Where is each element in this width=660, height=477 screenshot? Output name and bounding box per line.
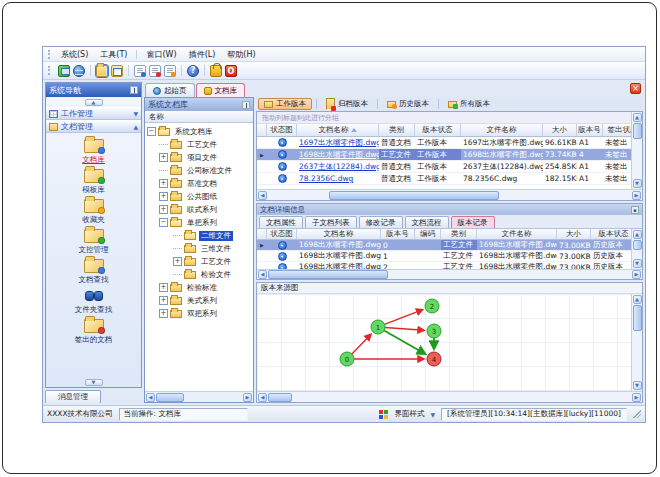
nav-scroll-down[interactable]: ▼ (46, 377, 141, 387)
nav-item-checked-out-docs[interactable]: 签出的文档 (75, 319, 113, 345)
column-header[interactable]: 版本状态 (415, 124, 461, 136)
nav-scroll-up[interactable]: ▲ (46, 97, 141, 107)
folder-grid-icon[interactable] (111, 65, 123, 77)
menu-system[interactable]: 系统(S) (55, 48, 94, 61)
nav-item-folder-search[interactable]: 文件夹查找 (75, 289, 113, 315)
scroll-up-icon[interactable]: ▲ (633, 113, 642, 122)
toolbar-grip[interactable] (48, 50, 51, 59)
exit-icon[interactable]: O (225, 65, 237, 77)
collapse-icon[interactable]: − (159, 218, 168, 227)
scroll-thumb[interactable] (268, 270, 388, 279)
menu-help[interactable]: 帮助(H) (221, 48, 261, 61)
vertical-scrollbar[interactable]: ▲ ▼ (631, 112, 642, 189)
table-row[interactable]: 1698出水嘴零件图.dwg 1 工艺文件 1698出水嘴零件图.dwg 73.… (257, 251, 631, 262)
column-header[interactable]: 版本号 (577, 124, 603, 136)
column-header[interactable]: 文档名称 (297, 229, 381, 239)
monitor-icon[interactable] (58, 65, 70, 77)
scroll-right-icon[interactable]: ▶ (632, 393, 641, 402)
scroll-left-icon[interactable]: ◀ (146, 393, 155, 402)
expand-icon[interactable]: + (159, 192, 168, 201)
column-header[interactable]: 大小 (557, 229, 591, 239)
interface-style-label[interactable]: 界面样式 (394, 409, 424, 419)
expand-icon[interactable]: + (173, 257, 182, 266)
lock-icon[interactable] (210, 65, 222, 77)
close-icon[interactable]: × (630, 83, 641, 94)
nav-item-template-library[interactable]: 模板库 (82, 169, 105, 195)
horizontal-scrollbar[interactable]: ◀ ▶ (257, 189, 642, 200)
tab-modify-record[interactable]: 修改记录 (359, 216, 403, 228)
nav-section-document[interactable]: 文档管理 ▲ (46, 120, 141, 133)
work-version-button[interactable]: 工作版本 (258, 98, 312, 110)
table-row[interactable]: 78.2356C.dwg 普通文档 工作版本 78.2356C.dwg 182.… (257, 173, 631, 185)
tree-node[interactable]: +美式系列 (147, 294, 253, 307)
all-versions-button[interactable]: 所有版本 (443, 98, 495, 110)
scroll-right-icon[interactable]: ▶ (632, 191, 641, 200)
help-icon[interactable]: ? (187, 65, 199, 77)
nav-section-work[interactable]: 工作管理 ▼ (46, 107, 141, 120)
tree-node[interactable]: −单把系列 (147, 216, 253, 229)
scroll-left-icon[interactable]: ◀ (258, 191, 267, 200)
table-row-selected[interactable]: ▶ 1698出水嘴零件图.dwg 0 工艺文件 1698出水嘴零件图.dwg 7… (257, 240, 631, 251)
table-row[interactable]: 1697出水嘴零件图.dwg 普通文档 工作版本 1697出水嘴零件图.dwg … (257, 137, 631, 149)
nav-item-doc-library[interactable]: 文档库 (82, 139, 105, 165)
scroll-thumb[interactable] (329, 191, 499, 200)
open-folder-icon[interactable] (96, 65, 108, 77)
column-header[interactable]: 版本号 (381, 229, 415, 239)
scroll-down-icon[interactable]: ▼ (633, 381, 642, 390)
tree-node[interactable]: +项目文件 (147, 151, 253, 164)
expand-icon[interactable]: + (159, 296, 168, 305)
pin-icon[interactable] (130, 86, 138, 94)
tree-node[interactable]: 工艺文件 (147, 138, 253, 151)
table-row[interactable]: 2637主体(12284).dwg 普通文档 工作版本 2637主体(12284… (257, 161, 631, 173)
toolbar-grip[interactable] (48, 66, 51, 75)
tab-version-record[interactable]: 版本记录 (451, 216, 495, 228)
tree-node[interactable]: +基准文档 (147, 177, 253, 190)
doc-blue-icon[interactable] (134, 65, 146, 77)
tab-message-management[interactable]: 消息管理 (45, 390, 101, 403)
archive-version-button[interactable]: 归档版本 (321, 98, 373, 110)
tree-node[interactable]: +公共图纸 (147, 190, 253, 203)
tree-node[interactable]: 三维文件 (147, 242, 253, 255)
tree-node[interactable]: +检验标准 (147, 281, 253, 294)
scroll-down-icon[interactable]: ▼ (633, 259, 642, 268)
scroll-thumb[interactable] (633, 305, 642, 331)
doc-name-link[interactable]: 78.2356C.dwg (297, 173, 379, 184)
doc-name-link[interactable]: 1697出水嘴零件图.dwg (297, 137, 379, 148)
history-version-button[interactable]: 历史版本 (382, 98, 434, 110)
expand-icon[interactable]: + (159, 309, 168, 318)
tab-start-page[interactable]: 起始页 (145, 83, 195, 97)
menu-tools[interactable]: 工具(T) (94, 48, 133, 61)
column-header[interactable]: 类别 (441, 229, 477, 239)
tree-node[interactable]: +工艺文件 (147, 255, 253, 268)
scroll-right-icon[interactable]: ▶ (632, 270, 641, 279)
expand-icon[interactable]: + (159, 153, 168, 162)
chevron-down-icon[interactable]: ▼ (430, 411, 435, 418)
table-row[interactable]: 1698出水嘴零件图.dwg 2 工艺文件 1698出水嘴零件图.dwg 73.… (257, 262, 631, 269)
vertical-scrollbar[interactable]: ▲ ▼ (631, 229, 642, 269)
menu-plugins[interactable]: 插件(L) (183, 48, 222, 61)
tree-node[interactable]: +双把系列 (147, 307, 253, 320)
tree-node-selected[interactable]: 二维文件 (147, 229, 253, 242)
scroll-thumb[interactable] (633, 123, 642, 139)
version-graph-canvas[interactable]: 01234 (257, 294, 631, 391)
menu-window[interactable]: 窗口(W) (140, 48, 182, 61)
column-header-sorted[interactable]: 文档名称 (297, 124, 379, 136)
tree-horizontal-scrollbar[interactable]: ◀ ▶ (145, 391, 253, 402)
collapse-panel-icon[interactable]: ▪ (631, 206, 639, 214)
tab-doc-properties[interactable]: 文档属性 (259, 216, 303, 228)
scroll-left-icon[interactable]: ◀ (258, 393, 267, 402)
tab-subdoc-list[interactable]: 子文档列表 (305, 216, 357, 228)
horizontal-scrollbar[interactable]: ◀ ▶ (257, 391, 642, 402)
tab-doc-library[interactable]: 文档库 (196, 83, 246, 97)
expand-icon[interactable]: + (159, 283, 168, 292)
globe-icon[interactable] (73, 65, 85, 77)
expand-icon[interactable]: + (159, 205, 168, 214)
scroll-right-icon[interactable]: ▶ (243, 393, 252, 402)
vertical-scrollbar[interactable]: ▲ ▼ (631, 294, 642, 391)
nav-item-doc-control[interactable]: 文控管理 (79, 229, 109, 255)
column-header[interactable]: 文件名称 (477, 229, 557, 239)
horizontal-scrollbar[interactable]: ◀ ▶ (257, 269, 642, 279)
tree-column-header[interactable]: 名称 (145, 111, 253, 123)
column-header[interactable]: 版本状态 (591, 229, 631, 239)
tree-node[interactable]: +联式系列 (147, 203, 253, 216)
